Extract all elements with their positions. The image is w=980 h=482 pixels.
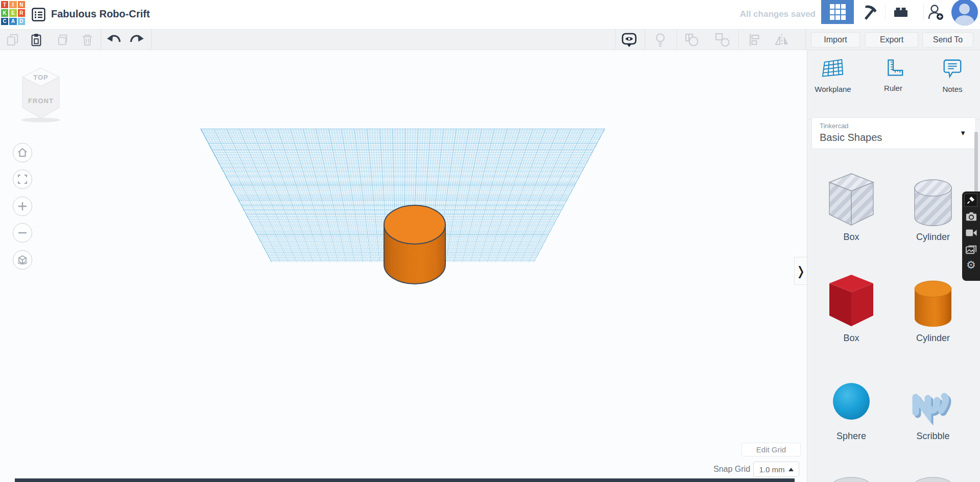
gallery-button[interactable] (964, 242, 978, 256)
perspective-toggle-button[interactable] (13, 250, 32, 270)
show-all-button[interactable] (621, 32, 637, 48)
design-viewport[interactable]: TOP FRONT (0, 50, 807, 482)
shape-label: Box (843, 232, 859, 243)
perspective-cube-icon (16, 254, 29, 266)
ruler-icon (881, 57, 905, 80)
lego-export-button[interactable] (892, 3, 910, 21)
shape-partial[interactable] (914, 477, 952, 482)
paste-icon (29, 33, 43, 47)
record-video-button[interactable] (964, 226, 978, 239)
shape-label: Cylinder (916, 232, 950, 243)
pin-icon (967, 196, 975, 204)
copy-button[interactable] (5, 32, 21, 48)
panel-collapse-handle[interactable]: ❭ (794, 257, 807, 285)
shape-label: Box (843, 333, 859, 344)
viewcube-top-label[interactable]: TOP (33, 74, 49, 81)
shape-box[interactable]: Box (821, 273, 882, 344)
workplane-front-edge (15, 478, 795, 482)
lightbulb-icon (653, 32, 668, 47)
panel-scrollbar-thumb[interactable] (974, 132, 978, 200)
minus-icon (17, 227, 28, 238)
edit-grid-button[interactable]: Edit Grid (742, 443, 801, 456)
shape-sphere[interactable]: Sphere (821, 377, 882, 442)
shape-library-select[interactable]: Tinkercad Basic Shapes ▼ (811, 117, 976, 149)
design-title[interactable]: Fabulous Robo-Crift (51, 8, 150, 20)
shape-scribble[interactable]: Scribble (902, 377, 964, 442)
hole-box-icon (826, 172, 877, 229)
sphere-icon (826, 377, 877, 428)
toolbar-divider (677, 30, 677, 50)
pin-button[interactable] (964, 194, 977, 207)
viewcube-front-label[interactable]: FRONT (28, 97, 54, 105)
screenshot-button[interactable] (964, 209, 978, 223)
home-view-button[interactable] (13, 143, 32, 162)
person-add-icon (927, 4, 944, 21)
design-menu-icon[interactable] (32, 8, 45, 23)
ungroup-icon (714, 32, 731, 48)
import-button[interactable]: Import (811, 32, 860, 47)
undo-button[interactable] (105, 32, 122, 48)
capture-settings-button[interactable]: ⚙ (964, 258, 978, 272)
toolbar-divider (738, 30, 739, 50)
trash-icon (80, 33, 94, 47)
mirror-icon (774, 32, 790, 48)
fit-view-button[interactable] (13, 170, 32, 189)
send-to-button[interactable]: Send To (922, 32, 973, 47)
redo-icon (130, 32, 145, 47)
shape-partial[interactable] (832, 477, 870, 482)
capture-toolbar: ⚙ (962, 191, 980, 281)
view-cube[interactable]: TOP FRONT (19, 66, 62, 124)
tinkercad-editor: TIN KER CAD Fabulous Robo-Crift All chan… (0, 0, 980, 482)
notes-icon (941, 57, 964, 81)
notes-tool[interactable]: Notes (928, 57, 977, 93)
home-icon (17, 147, 28, 158)
align-button[interactable] (745, 32, 761, 48)
undo-icon (106, 32, 121, 47)
user-avatar[interactable] (951, 0, 978, 26)
paste-button[interactable] (28, 32, 44, 48)
mirror-button[interactable] (774, 32, 790, 48)
toolbar-divider (101, 30, 101, 50)
ruler-tool[interactable]: Ruler (869, 57, 918, 92)
delete-button[interactable] (79, 32, 95, 48)
share-invite-button[interactable] (926, 3, 945, 21)
blocks-view-button[interactable] (821, 0, 854, 24)
cylinder-object[interactable] (381, 202, 448, 288)
minecraft-export-button[interactable] (860, 3, 878, 21)
duplicate-icon (56, 33, 70, 47)
snap-grid-select[interactable]: 1.0 mm (753, 462, 799, 477)
images-icon (966, 244, 977, 254)
ruler-tool-label: Ruler (884, 84, 902, 92)
workplane-tool[interactable]: Workplane (808, 57, 857, 93)
pickaxe-icon (861, 4, 877, 20)
export-button[interactable]: Export (865, 32, 918, 47)
snap-grid-label: Snap Grid (713, 465, 750, 474)
ungroup-button[interactable] (714, 32, 731, 48)
zoom-in-button[interactable] (13, 197, 32, 216)
group-button[interactable] (684, 32, 700, 48)
workplane-tool-label: Workplane (815, 85, 851, 93)
shape-hole-cylinder[interactable]: Cylinder (902, 176, 964, 243)
plus-icon (17, 201, 28, 212)
toolbar-divider (151, 30, 152, 50)
align-icon (746, 32, 761, 47)
workplane-icon (821, 57, 845, 81)
gear-icon: ⚙ (966, 260, 976, 271)
notes-tool-label: Notes (942, 85, 962, 93)
duplicate-button[interactable] (55, 32, 71, 48)
light-mode-button[interactable] (652, 32, 668, 48)
zoom-out-button[interactable] (13, 223, 32, 243)
shape-cylinder[interactable]: Cylinder (902, 277, 964, 344)
header-bar: TIN KER CAD Fabulous Robo-Crift All chan… (0, 0, 980, 29)
shape-hole-box[interactable]: Box (821, 172, 882, 243)
scribble-icon (907, 377, 959, 428)
group-icon (684, 32, 700, 48)
fit-view-icon (17, 174, 28, 185)
caret-up-icon (788, 468, 794, 471)
copy-icon (6, 33, 20, 47)
shape-label: Sphere (836, 431, 866, 442)
red-box-icon (826, 273, 877, 330)
tinkercad-logo[interactable]: TIN KER CAD (1, 1, 25, 25)
eye-bubble-icon (621, 32, 637, 48)
redo-button[interactable] (129, 32, 146, 48)
